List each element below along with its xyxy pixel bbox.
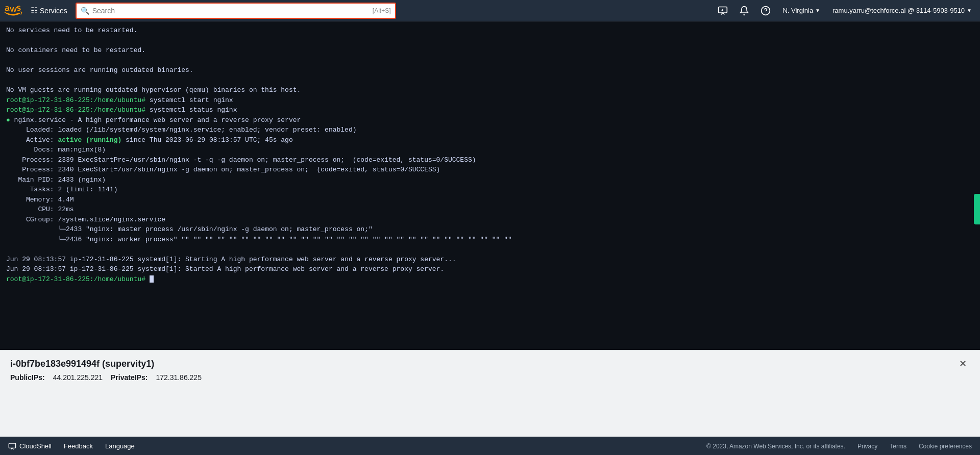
help-icon-button[interactable] xyxy=(757,2,774,19)
terminal-line: No containers need to be restarted. xyxy=(6,45,974,56)
navbar: ☷ Services 🔍 [Alt+S] N. Virginia xyxy=(0,0,980,21)
user-account-label: ramu.yarru@techforce.ai @ 3114-5903-9510 xyxy=(832,7,965,14)
terminal-line: Jun 29 08:13:57 ip-172-31-86-225 systemd… xyxy=(6,255,974,265)
public-ip-value: 44.201.225.221 xyxy=(53,373,103,382)
private-ip-value: 172.31.86.225 xyxy=(156,373,202,382)
grid-icon: ☷ xyxy=(31,6,38,15)
privacy-link[interactable]: Privacy xyxy=(857,443,877,450)
chevron-down-icon: ▼ xyxy=(815,8,820,13)
terminal-line: CGroup: /system.slice/nginx.service xyxy=(6,215,974,225)
language-button[interactable]: Language xyxy=(105,442,135,450)
terminal-area[interactable]: No services need to be restarted. No con… xyxy=(0,21,980,350)
terminal-line xyxy=(6,244,974,255)
feedback-button[interactable]: Feedback xyxy=(64,442,93,450)
terminal-line: Process: 2339 ExecStartPre=/usr/sbin/ngi… xyxy=(6,155,974,165)
search-input[interactable] xyxy=(92,7,370,15)
close-panel-button[interactable]: ✕ xyxy=(955,357,970,371)
terminal-line: CPU: 22ms xyxy=(6,205,974,215)
instance-title: i-0bf7be183e991494f (supervity1) xyxy=(10,359,970,369)
public-ip-label: PublicIPs: xyxy=(10,373,45,382)
terms-link[interactable]: Terms xyxy=(890,443,906,450)
svg-rect-4 xyxy=(9,443,15,448)
terminal-line: Docs: man:nginx(8) xyxy=(6,145,974,155)
sidebar-tab[interactable] xyxy=(974,194,980,224)
instance-panel: i-0bf7be183e991494f (supervity1) PublicI… xyxy=(0,350,980,437)
terminal-line: Active: active (running) since Thu 2023-… xyxy=(6,135,974,145)
cloudshell-icon-button[interactable] xyxy=(714,2,731,19)
private-ip-label: PrivateIPs: xyxy=(111,373,148,382)
terminal-line xyxy=(6,56,974,66)
terminal-line: No VM guests are running outdated hyperv… xyxy=(6,85,974,95)
terminal-line: No services need to be restarted. xyxy=(6,26,974,36)
region-selector[interactable]: N. Virginia ▼ xyxy=(778,5,824,16)
terminal-line xyxy=(6,36,974,46)
cloudshell-button[interactable]: CloudShell xyxy=(8,442,52,450)
terminal-line: Main PID: 2433 (nginx) xyxy=(6,175,974,185)
terminal-line: No user sessions are running outdated bi… xyxy=(6,65,974,75)
search-bar: 🔍 [Alt+S] xyxy=(76,3,396,19)
terminal-line: root@ip-172-31-86-225:/home/ubuntu# xyxy=(6,274,974,285)
terminal-line: Tasks: 2 (limit: 1141) xyxy=(6,185,974,195)
terminal-line xyxy=(6,75,974,86)
terminal-line: Loaded: loaded (/lib/systemd/system/ngin… xyxy=(6,125,974,135)
search-shortcut: [Alt+S] xyxy=(373,7,391,14)
terminal-line: ● nginx.service - A high performance web… xyxy=(6,115,974,125)
instance-ips: PublicIPs: 44.201.225.221 PrivateIPs: 17… xyxy=(10,373,970,382)
cookies-link[interactable]: Cookie preferences xyxy=(919,443,972,450)
terminal-line: Process: 2340 ExecStart=/usr/sbin/nginx … xyxy=(6,165,974,175)
region-label: N. Virginia xyxy=(782,7,813,14)
terminal-line: └─2436 "nginx: worker process" "" "" "" … xyxy=(6,235,974,245)
terminal-line: root@ip-172-31-86-225:/home/ubuntu# syst… xyxy=(6,95,974,106)
chevron-down-icon: ▼ xyxy=(967,8,972,13)
terminal-line: └─2433 "nginx: master process /usr/sbin/… xyxy=(6,224,974,235)
terminal-line: root@ip-172-31-86-225:/home/ubuntu# syst… xyxy=(6,105,974,115)
services-label: Services xyxy=(40,7,67,15)
notifications-icon-button[interactable] xyxy=(736,2,753,19)
terminal-line: Jun 29 08:13:57 ip-172-31-86-225 systemd… xyxy=(6,264,974,274)
cloudshell-label: CloudShell xyxy=(19,442,52,450)
bottom-bar: CloudShell Feedback Language © 2023, Ama… xyxy=(0,437,980,455)
search-icon: 🔍 xyxy=(81,7,89,15)
user-account[interactable]: ramu.yarru@techforce.ai @ 3114-5903-9510… xyxy=(828,5,976,16)
aws-logo[interactable] xyxy=(4,2,22,20)
services-button[interactable]: ☷ Services xyxy=(27,4,71,17)
copyright-text: © 2023, Amazon Web Services, Inc. or its… xyxy=(706,443,845,450)
terminal-line: Memory: 4.4M xyxy=(6,195,974,205)
